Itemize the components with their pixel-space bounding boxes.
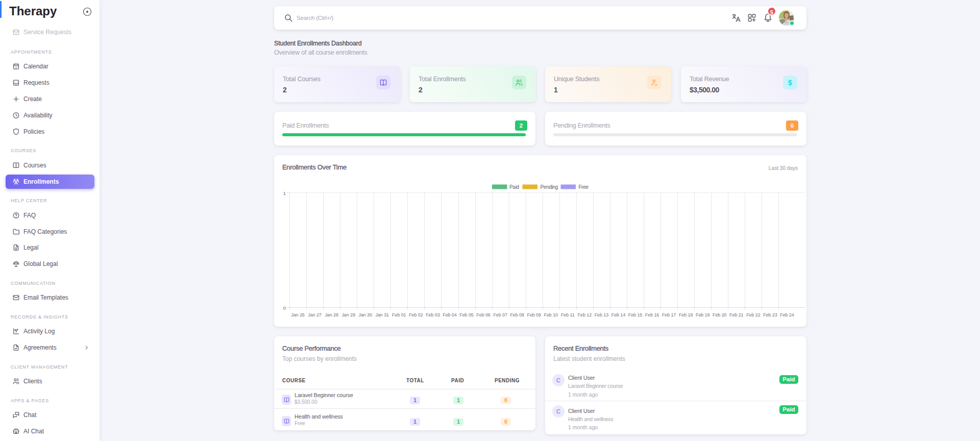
svg-text:Feb 13: Feb 13 <box>595 312 609 317</box>
svg-text:Jan 30: Jan 30 <box>359 312 373 317</box>
svg-text:Feb 24: Feb 24 <box>780 312 794 317</box>
svg-text:Pending: Pending <box>541 184 558 190</box>
svg-text:1: 1 <box>283 190 286 196</box>
svg-text:Feb 02: Feb 02 <box>409 312 423 317</box>
svg-text:Feb 06: Feb 06 <box>476 312 491 317</box>
svg-text:Feb 14: Feb 14 <box>611 312 626 317</box>
svg-text:Feb 03: Feb 03 <box>426 312 440 317</box>
svg-text:Feb 19: Feb 19 <box>696 312 710 317</box>
svg-text:Feb 17: Feb 17 <box>662 312 676 317</box>
svg-text:Feb 04: Feb 04 <box>443 312 457 317</box>
svg-text:0: 0 <box>283 305 286 311</box>
svg-text:Feb 01: Feb 01 <box>392 312 406 317</box>
svg-text:Feb 11: Feb 11 <box>561 312 575 317</box>
svg-text:Feb 15: Feb 15 <box>628 312 643 317</box>
svg-text:Feb 23: Feb 23 <box>763 312 777 317</box>
svg-text:Jan 28: Jan 28 <box>325 312 338 317</box>
svg-text:Feb 10: Feb 10 <box>544 312 558 317</box>
svg-text:Feb 07: Feb 07 <box>493 312 507 317</box>
svg-text:Jan 27: Jan 27 <box>308 312 322 317</box>
svg-text:Feb 18: Feb 18 <box>679 312 693 317</box>
svg-text:Jan 31: Jan 31 <box>376 312 389 317</box>
svg-text:Feb 12: Feb 12 <box>578 312 592 317</box>
svg-text:Feb 16: Feb 16 <box>645 312 659 317</box>
svg-text:Feb 05: Feb 05 <box>459 312 474 317</box>
svg-text:Jan 29: Jan 29 <box>341 312 355 317</box>
svg-text:Paid: Paid <box>509 184 519 190</box>
svg-text:Jan 26: Jan 26 <box>291 312 305 317</box>
svg-text:Feb 08: Feb 08 <box>510 312 524 317</box>
svg-text:Feb 20: Feb 20 <box>713 312 727 317</box>
svg-text:Feb 22: Feb 22 <box>746 312 761 317</box>
svg-text:Feb 09: Feb 09 <box>527 312 542 317</box>
svg-text:Free: Free <box>579 184 589 190</box>
svg-text:Feb 21: Feb 21 <box>729 312 744 317</box>
